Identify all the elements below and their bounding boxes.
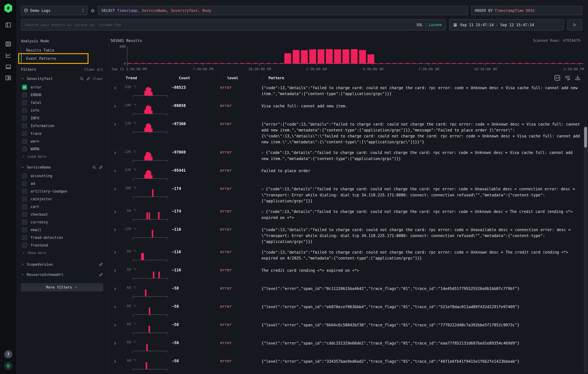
search-icon[interactable] xyxy=(92,165,96,170)
filter-clear-button[interactable]: Clear xyxy=(93,77,103,81)
search-input[interactable]: Search your events w/ Lucene ex. column:… xyxy=(21,19,446,30)
gear-icon[interactable]: ⚙ xyxy=(87,6,98,15)
checkbox[interactable] xyxy=(22,108,27,113)
row-expand-chevron-icon[interactable] xyxy=(111,285,119,299)
filter-option-artillery-loadgen[interactable]: artillery-loadgen xyxy=(21,187,103,195)
chevron-down-icon[interactable] xyxy=(21,165,25,169)
filter-option-cainjector[interactable]: cainjector xyxy=(21,195,103,203)
chevron-down-icon[interactable] xyxy=(21,77,25,81)
pattern-row[interactable]: 60~58error{"level":"error","span_id":"6b… xyxy=(111,320,588,338)
filter-option-accounting[interactable]: accounting xyxy=(21,172,103,180)
pattern-row[interactable]: 180~174error×{"code":13,"details":"faile… xyxy=(111,183,588,206)
pattern-row[interactable]: 22K~97069error×{"code":13,"details":"fai… xyxy=(111,147,588,165)
pin-icon[interactable] xyxy=(99,273,103,277)
filter-option-INFO[interactable]: INFO xyxy=(21,114,103,122)
row-expand-chevron-icon[interactable] xyxy=(111,358,119,372)
logs-icon[interactable] xyxy=(5,41,11,47)
load-more-link[interactable]: Load more xyxy=(21,153,103,160)
vertical-scrollbar[interactable] xyxy=(584,126,588,373)
pattern-row[interactable]: 22K~97360error{"error":{"code":13,"detai… xyxy=(111,119,588,147)
row-expand-chevron-icon[interactable] xyxy=(111,121,119,145)
select-query-input[interactable]: SELECT Timestamp, ServiceName, SeverityT… xyxy=(98,6,468,15)
filter-group-header[interactable]: SeverityTextClear xyxy=(21,76,103,81)
pin-icon[interactable] xyxy=(86,76,91,81)
filter-option-error[interactable]: error xyxy=(21,83,103,91)
filter-option-trace[interactable]: trace xyxy=(21,130,103,137)
filter-option-fraud-detection[interactable]: fraud-detection xyxy=(21,234,103,242)
row-expand-chevron-icon[interactable] xyxy=(111,227,119,245)
checkbox[interactable] xyxy=(22,220,27,225)
filter-option-Information[interactable]: Information xyxy=(21,122,103,130)
filter-option-cart[interactable]: cart xyxy=(21,203,103,211)
filter-option-warn[interactable]: warn xyxy=(21,137,103,145)
filter-group-header[interactable]: ServiceName xyxy=(21,165,103,170)
download-icon[interactable] xyxy=(575,75,581,81)
pattern-row[interactable]: 120~116error{"code":13,"details":"failed… xyxy=(111,224,588,247)
date-range-picker[interactable]: Sep 11 15:47:14 - Sep 12 15:47:14 xyxy=(449,19,564,30)
filter-group-scopeversion[interactable]: ScopeVersion xyxy=(21,262,103,267)
filter-option-fatal[interactable]: fatal xyxy=(21,99,103,107)
pattern-row[interactable]: 60~116errorThe credit card (ending <*> e… xyxy=(111,265,588,283)
pattern-row[interactable]: 24K~98058errorVisa cache full: cannot ad… xyxy=(111,101,588,119)
col-header-level[interactable]: ⋮level xyxy=(220,76,262,80)
chart-icon[interactable] xyxy=(5,52,11,58)
order-by-input[interactable]: ORDER BY TimestampTime DESC xyxy=(471,6,582,15)
checkbox[interactable] xyxy=(22,116,27,121)
filter-option-ad[interactable]: ad xyxy=(21,180,103,187)
checkbox[interactable] xyxy=(22,139,27,144)
close-icon[interactable]: × xyxy=(262,210,263,214)
checkbox[interactable] xyxy=(22,100,27,105)
help-icon[interactable]: ? xyxy=(4,350,12,358)
scrollbar-thumb[interactable] xyxy=(584,127,587,148)
col-header-pattern[interactable]: ⋮Pattern xyxy=(262,76,552,80)
sql-toggle[interactable]: SQL xyxy=(416,23,423,27)
row-expand-chevron-icon[interactable] xyxy=(111,208,119,222)
checkbox[interactable] xyxy=(22,189,27,194)
row-expand-chevron-icon[interactable] xyxy=(111,267,119,281)
pin-icon[interactable] xyxy=(99,165,103,170)
lucene-toggle[interactable]: Lucene xyxy=(429,23,442,27)
mode-event-patterns[interactable]: Event Patterns xyxy=(21,54,103,63)
pattern-row[interactable]: 22K~98523error{"code":13,"details":"fail… xyxy=(111,82,588,101)
checkbox[interactable] xyxy=(22,131,27,136)
more-filters-button[interactable]: More filters xyxy=(21,283,103,292)
filter-option-info[interactable]: info xyxy=(21,107,103,114)
pattern-row[interactable]: 60~58error{"level":"error","span_id":"cd… xyxy=(111,338,588,356)
checkbox[interactable] xyxy=(22,173,27,178)
column-grip-icon[interactable]: ⋮ xyxy=(262,76,265,80)
chevron-right-icon[interactable] xyxy=(21,263,25,266)
pattern-row[interactable]: 60~58error{"level":"error","span_id":"0c… xyxy=(111,283,588,301)
checkbox[interactable] xyxy=(22,235,27,240)
filter-option-checkout[interactable]: checkout xyxy=(21,211,103,218)
user-avatar[interactable]: U xyxy=(4,362,12,370)
row-expand-chevron-icon[interactable] xyxy=(111,186,119,204)
pattern-row[interactable]: 22K~95441errorFailed to place order xyxy=(111,165,588,183)
row-expand-chevron-icon[interactable] xyxy=(111,168,119,181)
checkbox-checked[interactable] xyxy=(22,85,27,90)
filter-option-ERROR[interactable]: ERROR xyxy=(21,91,103,99)
wrap-text-icon[interactable] xyxy=(564,75,571,81)
row-expand-chevron-icon[interactable] xyxy=(111,303,119,317)
search-icon[interactable] xyxy=(80,76,84,81)
pattern-row[interactable]: 60~58error{"level":"error","span_id":"33… xyxy=(111,356,588,374)
row-expand-chevron-icon[interactable] xyxy=(111,322,119,335)
row-expand-chevron-icon[interactable] xyxy=(111,103,119,117)
filter-group-resourceschemaurl[interactable]: ResourceSchemaUrl xyxy=(21,273,103,277)
checkbox[interactable] xyxy=(22,243,27,248)
pattern-row[interactable]: 60~58error{"level":"error","span_id":"eb… xyxy=(111,301,588,320)
filter-option-WARN[interactable]: WARN xyxy=(21,145,103,153)
mode-results-table[interactable]: Results Table xyxy=(21,46,103,54)
col-header-count[interactable]: ⋮Count xyxy=(172,76,220,80)
pattern-row[interactable]: 60~116error{"code":13,"details":"failed … xyxy=(111,247,588,265)
row-expand-chevron-icon[interactable] xyxy=(111,85,119,98)
logo-bolt-icon[interactable] xyxy=(4,4,13,13)
results-histogram[interactable]: 80K0Sep 11 3:30:00 PM7:30:00 PM10:30:00 … xyxy=(111,44,588,72)
checkbox[interactable] xyxy=(22,227,27,232)
filter-option-frontend[interactable]: frontend xyxy=(21,242,103,249)
close-icon[interactable]: × xyxy=(262,151,263,155)
checkbox[interactable] xyxy=(22,196,27,202)
chevron-right-icon[interactable] xyxy=(21,273,25,276)
filter-option-currency[interactable]: currency xyxy=(21,218,103,226)
col-header-trend[interactable]: Trend xyxy=(119,76,172,80)
pin-icon[interactable] xyxy=(99,262,103,267)
